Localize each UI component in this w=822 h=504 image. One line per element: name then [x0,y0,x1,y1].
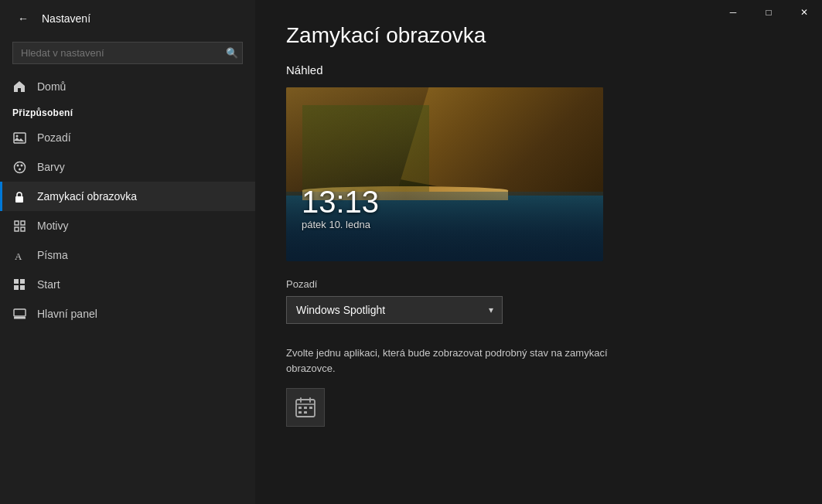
page-title: Zamykací obrazovka [286,23,791,48]
info-text: Zvolte jednu aplikaci, která bude zobraz… [286,346,657,376]
title-bar: ← Nastavení [0,0,255,37]
sidebar-item-pisma[interactable]: A Písma [0,240,255,270]
sidebar-item-start[interactable]: Start [0,270,255,299]
restore-button[interactable]: □ [751,0,786,25]
app-title: Nastavení [42,12,90,25]
svg-point-4 [20,164,22,166]
themes-icon [12,219,26,233]
palette-icon [12,160,26,174]
preview-heading: Náhled [286,63,791,77]
sidebar-item-motivy[interactable]: Motivy [0,211,255,240]
preview-background [286,87,603,261]
sidebar-item-barvy[interactable]: Barvy [0,152,255,182]
image-icon [12,131,26,145]
section-label: Přizpůsobení [0,101,255,123]
svg-point-3 [16,164,19,166]
background-dropdown-wrapper: Windows Spotlight Obrázek Prezentace ▾ [286,296,503,324]
svg-rect-0 [14,133,26,143]
svg-rect-20 [309,407,312,409]
sidebar: ← Nastavení 🔍 Domů Přizpůsobení Pozadí [0,0,255,504]
svg-rect-8 [14,279,19,284]
sidebar-item-home[interactable]: Domů [0,72,255,101]
svg-rect-18 [298,407,302,409]
background-dropdown[interactable]: Windows Spotlight Obrázek Prezentace [286,296,503,324]
calendar-app-button[interactable] [286,388,325,427]
svg-point-2 [14,162,25,172]
close-button[interactable]: ✕ [786,0,822,25]
sidebar-item-zamykaci[interactable]: Zamykací obrazovka [0,182,255,211]
search-input[interactable] [12,42,243,64]
search-box: 🔍 [12,42,243,64]
lock-screen-preview: 13:13 pátek 10. ledna [286,87,603,261]
sidebar-item-hlavni-panel[interactable]: Hlavní panel [0,299,255,329]
preview-time: 13:13 [302,185,379,219]
svg-text:A: A [15,250,22,262]
taskbar-icon [12,307,26,321]
svg-rect-10 [14,285,19,290]
svg-rect-6 [15,196,23,203]
sidebar-item-home-label: Domů [37,80,66,93]
sidebar-item-start-label: Start [37,278,60,291]
home-icon [12,80,26,94]
background-label: Pozadí [286,278,791,290]
back-button[interactable]: ← [12,8,34,29]
svg-rect-13 [14,317,26,319]
sidebar-item-barvy-label: Barvy [37,161,65,173]
sidebar-item-pozadi-label: Pozadí [37,131,71,144]
svg-rect-11 [20,285,25,290]
start-icon [12,278,26,291]
dropdown-container: Windows Spotlight Obrázek Prezentace ▾ [286,296,503,324]
sidebar-item-pisma-label: Písma [37,249,68,261]
svg-rect-12 [14,309,26,316]
sidebar-item-motivy-label: Motivy [37,220,68,232]
svg-rect-22 [304,411,307,414]
calendar-icon [295,397,316,418]
search-icon[interactable]: 🔍 [226,47,238,59]
svg-point-1 [15,135,18,137]
svg-rect-21 [298,411,302,414]
window-controls: ─ □ ✕ [715,0,822,25]
sidebar-item-pozadi[interactable]: Pozadí [0,123,255,152]
preview-date: pátek 10. ledna [302,219,379,230]
sidebar-item-hlavni-panel-label: Hlavní panel [37,308,97,320]
svg-rect-9 [20,279,25,284]
font-icon: A [12,248,26,262]
main-content: Zamykací obrazovka Náhled 13:13 pátek 10… [255,0,822,504]
preview-overlay: 13:13 pátek 10. ledna [302,185,379,230]
lock-icon [12,189,26,203]
minimize-button[interactable]: ─ [715,0,751,25]
sidebar-item-zamykaci-label: Zamykací obrazovka [37,190,137,203]
svg-point-5 [19,168,21,170]
svg-rect-19 [304,407,307,409]
